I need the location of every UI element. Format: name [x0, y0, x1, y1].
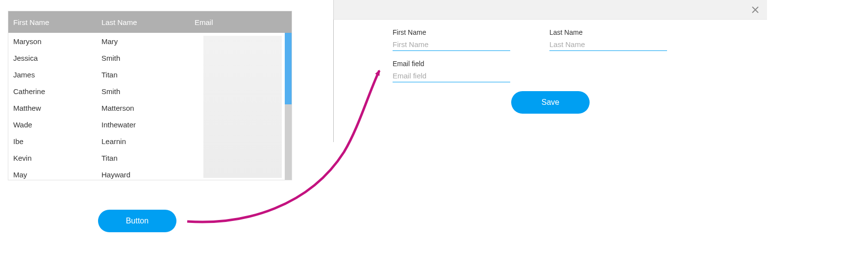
cell-last-name: Smith [101, 54, 190, 62]
cell-first-name: Jessica [8, 54, 101, 62]
header-first-name[interactable]: First Name [8, 18, 101, 26]
main-button[interactable]: Button [98, 210, 176, 232]
cell-last-name: Mary [101, 37, 190, 46]
edit-form-window: First Name Last Name Email field Save [333, 0, 767, 128]
people-table: First Name Last Name Email Maryson Mary … [8, 11, 292, 180]
table-row[interactable]: May Hayward [8, 166, 292, 180]
save-button[interactable]: Save [511, 91, 590, 114]
table-header-row: First Name Last Name Email [8, 11, 292, 33]
table-row[interactable]: Wade Inthewater [8, 116, 292, 133]
header-last-name[interactable]: Last Name [101, 18, 190, 26]
cell-first-name: James [8, 71, 101, 79]
last-name-input[interactable] [549, 38, 667, 51]
cell-first-name: May [8, 171, 101, 179]
table-row[interactable]: Matthew Matterson [8, 99, 292, 116]
first-name-input[interactable] [393, 38, 510, 51]
table-row[interactable]: Kevin Titan [8, 149, 292, 166]
header-email[interactable]: Email [190, 18, 292, 26]
cell-first-name: Maryson [8, 37, 101, 46]
first-name-label: First Name [393, 28, 510, 36]
cell-first-name: Catherine [8, 87, 101, 96]
form-body: First Name Last Name Email field Save [334, 20, 767, 128]
table-row[interactable]: Jessica Smith [8, 49, 292, 66]
cell-first-name: Ibe [8, 137, 101, 146]
last-name-label: Last Name [549, 28, 667, 36]
cell-last-name: Learnin [101, 137, 190, 146]
cell-last-name: Titan [101, 71, 190, 79]
email-label: Email field [393, 60, 510, 68]
cell-last-name: Inthewater [101, 121, 190, 129]
form-titlebar [334, 0, 767, 20]
email-input[interactable] [393, 70, 510, 82]
cell-last-name: Titan [101, 154, 190, 162]
cell-last-name: Matterson [101, 104, 190, 112]
table-row[interactable]: Ibe Learnin [8, 133, 292, 149]
cell-last-name: Hayward [101, 171, 190, 179]
first-name-group: First Name [393, 28, 510, 51]
table-row[interactable]: James Titan [8, 66, 292, 83]
close-icon[interactable] [750, 5, 760, 15]
table-row[interactable]: Maryson Mary [8, 33, 292, 49]
last-name-group: Last Name [549, 28, 667, 51]
cell-last-name: Smith [101, 87, 190, 96]
scrollbar-thumb[interactable] [285, 33, 292, 104]
cell-first-name: Wade [8, 121, 101, 129]
cell-first-name: Matthew [8, 104, 101, 112]
cell-first-name: Kevin [8, 154, 101, 162]
table-body[interactable]: Maryson Mary Jessica Smith James Titan C… [8, 33, 292, 180]
email-group: Email field [393, 60, 510, 82]
table-row[interactable]: Catherine Smith [8, 83, 292, 99]
form-left-border [333, 20, 334, 142]
